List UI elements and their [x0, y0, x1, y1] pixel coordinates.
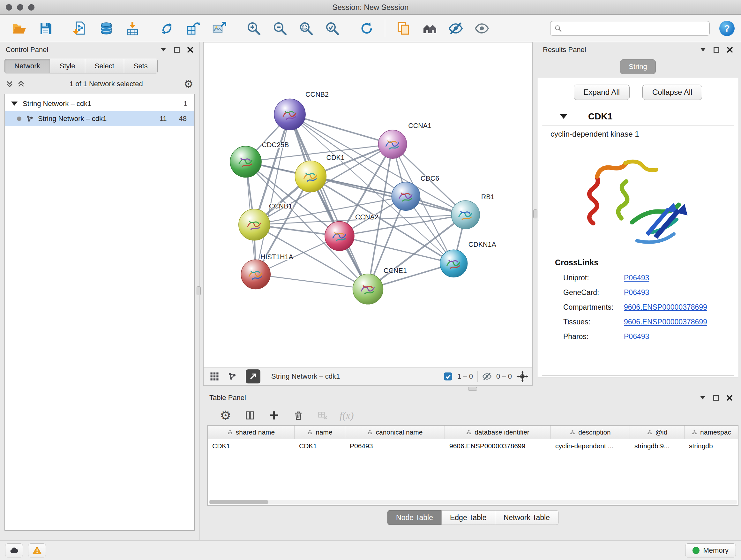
refresh-icon [359, 21, 374, 36]
network-edge[interactable] [256, 114, 290, 274]
new-network-button[interactable] [154, 17, 180, 40]
crosslink-link[interactable]: P06493 [624, 273, 649, 282]
network-node-RB1[interactable] [451, 200, 480, 229]
crosslink-label: Uniprot: [563, 273, 624, 282]
apply-layout-button[interactable] [354, 17, 380, 40]
float-panel-icon[interactable] [713, 395, 719, 401]
tree-expand-caret-icon[interactable] [11, 102, 17, 106]
hide-selected-button[interactable] [443, 17, 469, 40]
column-header[interactable]: canonical name [345, 426, 445, 439]
column-header[interactable]: database identifier [445, 426, 551, 439]
detach-view-button[interactable] [246, 369, 260, 383]
tab-style[interactable]: Style [50, 59, 85, 73]
import-network-from-file-button[interactable] [67, 17, 93, 40]
close-panel-icon[interactable] [727, 47, 733, 53]
close-panel-icon[interactable] [726, 395, 733, 401]
crosslink-link[interactable]: P06493 [624, 332, 649, 341]
collapse-all-icon[interactable] [6, 80, 13, 88]
float-panel-icon[interactable] [713, 47, 720, 53]
table-options-gear-icon[interactable]: ⚙ [218, 408, 233, 423]
copy-button[interactable] [390, 17, 416, 40]
network-edge[interactable] [256, 274, 368, 289]
panel-menu-icon[interactable] [699, 395, 706, 401]
open-session-button[interactable] [6, 17, 32, 40]
network-collection-row[interactable]: String Network – cdk1 1 [5, 96, 194, 111]
tab-network[interactable]: Network [4, 59, 50, 73]
float-panel-icon[interactable] [174, 47, 180, 53]
search-input[interactable] [565, 24, 705, 33]
crosslink-link[interactable]: P06493 [624, 288, 649, 297]
network-node-CCNE1[interactable] [353, 274, 383, 304]
network-node-CCNA2[interactable] [325, 221, 354, 251]
hidden-eye-slash-icon[interactable] [482, 372, 492, 381]
first-neighbors-button[interactable] [416, 17, 443, 40]
scrollbar-thumb[interactable] [209, 500, 268, 504]
panel-menu-icon[interactable] [160, 47, 166, 53]
crosslink-link[interactable]: 9606.ENSP00000378699 [624, 318, 707, 326]
network-node-CDK1[interactable] [295, 161, 326, 192]
zoom-fit-button[interactable] [293, 17, 319, 40]
expand-all-icon[interactable] [17, 80, 25, 88]
delete-column-button[interactable] [291, 408, 306, 423]
export-image-button[interactable] [206, 17, 232, 40]
network-overview-button[interactable] [225, 369, 239, 383]
crosslink-link[interactable]: 9606.ENSP00000378699 [624, 303, 707, 312]
network-edge[interactable] [311, 177, 465, 215]
panel-menu-icon[interactable] [700, 47, 706, 53]
warnings-button[interactable] [28, 543, 46, 557]
save-session-button[interactable] [32, 17, 59, 40]
zoom-out-button[interactable] [267, 17, 293, 40]
zoom-selected-button[interactable] [319, 17, 345, 40]
pan-crosshair-icon[interactable] [516, 370, 529, 382]
network-edge[interactable] [290, 114, 368, 289]
network-node-CCNA1[interactable] [379, 130, 407, 159]
splitter-handle[interactable] [468, 387, 477, 391]
network-node-CCNB2[interactable] [274, 99, 306, 130]
tab-string[interactable]: String [620, 59, 656, 74]
network-options-gear-icon[interactable]: ⚙ [184, 78, 193, 89]
splitter-handle[interactable] [533, 209, 537, 219]
expand-all-button[interactable]: Expand All [574, 84, 630, 100]
help-button[interactable]: ? [719, 21, 735, 36]
collapse-all-button[interactable]: Collapse All [643, 84, 702, 100]
import-network-from-database-button[interactable] [93, 17, 119, 40]
column-header[interactable]: shared name [208, 426, 294, 439]
splitter-handle[interactable] [197, 287, 201, 295]
tab-node-table[interactable]: Node Table [387, 510, 442, 525]
tab-sets[interactable]: Sets [124, 59, 158, 73]
network-canvas[interactable]: CCNB2CCNA1CDC25BCDK1CDC6RB1CCNB1CCNA2CDK… [204, 43, 532, 367]
collapse-gene-caret-icon[interactable] [560, 114, 567, 119]
zoom-fit-icon [298, 21, 314, 36]
tab-select[interactable]: Select [85, 59, 124, 73]
birdseye-view-button[interactable] [207, 369, 221, 383]
memory-button[interactable]: Memory [685, 543, 736, 557]
tab-network-table[interactable]: Network Table [495, 510, 558, 525]
show-columns-button[interactable] [243, 408, 257, 423]
create-column-button[interactable] [267, 408, 281, 423]
column-header[interactable]: namespac [684, 426, 738, 439]
network-row-selected[interactable]: String Network – cdk1 11 48 [5, 111, 194, 126]
column-header[interactable]: name [294, 426, 345, 439]
network-node-CDKN1A[interactable] [440, 250, 468, 277]
import-table-button[interactable] [119, 17, 145, 40]
horizontal-scrollbar[interactable] [209, 500, 737, 504]
show-all-button[interactable] [469, 17, 495, 40]
delete-table-button[interactable] [315, 408, 330, 423]
network-node-CCNB1[interactable] [239, 209, 270, 240]
network-node-label: CCNA2 [355, 213, 379, 221]
column-header[interactable]: description [551, 426, 630, 439]
column-header[interactable]: @id [630, 426, 684, 439]
network-node-CDC6[interactable] [392, 182, 420, 210]
network-node-CDC25B[interactable] [230, 146, 261, 178]
cloud-status-button[interactable] [5, 543, 23, 557]
close-panel-icon[interactable] [187, 47, 193, 53]
network-node-label: CDC6 [421, 175, 440, 182]
new-network-from-selection-button[interactable] [180, 17, 206, 40]
network-edge[interactable] [290, 114, 393, 144]
zoom-in-button[interactable] [241, 17, 267, 40]
tab-edge-table[interactable]: Edge Table [441, 510, 495, 525]
network-node-HIST1H1A[interactable] [241, 260, 270, 289]
function-builder-button[interactable]: f(x) [340, 410, 354, 422]
table-row[interactable]: CDK1 CDK1 P06493 9606.ENSP00000378699 cy… [208, 439, 738, 453]
selected-checkbox-icon[interactable] [443, 372, 453, 381]
